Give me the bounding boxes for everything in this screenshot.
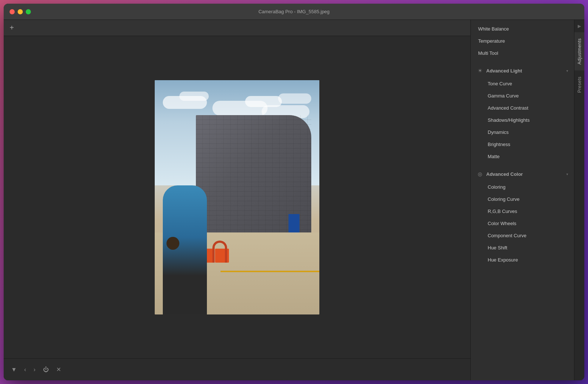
panel-item-hue-exposure[interactable]: Hue Exposure <box>472 254 573 266</box>
panel-item-matte[interactable]: Matte <box>472 150 573 163</box>
person-head <box>166 237 179 250</box>
panel-item-rgb-curves[interactable]: R,G,B Curves <box>472 205 573 217</box>
side-tabs: ▶ Adjustments Presets <box>574 20 584 380</box>
panel-item-multi-tool[interactable]: Multi Tool <box>472 47 573 59</box>
close-icon[interactable]: ✕ <box>55 365 62 374</box>
image-container <box>4 36 470 358</box>
advanced-color-title: Advanced Color <box>486 171 563 177</box>
maximize-button[interactable] <box>26 9 31 14</box>
spacer <box>471 266 574 269</box>
panel-item-coloring-curve[interactable]: Coloring Curve <box>472 193 573 205</box>
titlebar: CameraBag Pro - IMG_5585.jpeg <box>4 4 584 20</box>
app-window: CameraBag Pro - IMG_5585.jpeg + <box>4 4 584 380</box>
right-panel: White Balance Temperature Multi Tool ☀ A… <box>470 20 584 380</box>
traffic-lights <box>4 9 31 14</box>
advanced-color-header[interactable]: ◎ Advanced Color ▾ <box>471 166 574 181</box>
arch-structure <box>212 241 227 263</box>
sun-icon: ☀ <box>477 67 483 74</box>
down-arrow-button[interactable]: ▼ <box>10 365 18 374</box>
advanced-light-title: Advanced Light <box>486 68 563 74</box>
panel-item-temperature[interactable]: Temperature <box>472 35 573 47</box>
photo-display <box>155 80 319 314</box>
panel-item-white-balance[interactable]: White Balance <box>472 23 573 35</box>
panel-item-color-wheels[interactable]: Color Wheels <box>472 217 573 230</box>
cloud <box>179 92 209 101</box>
tab-presets[interactable]: Presets <box>574 71 584 99</box>
main-content: + <box>4 20 584 380</box>
bottom-toolbar: ▼ ‹ › ⏻ ✕ <box>4 358 470 380</box>
tab-adjustments[interactable]: Adjustments <box>574 32 584 71</box>
spacer <box>471 59 574 62</box>
cloud <box>278 93 311 104</box>
chevron-down-icon: ▾ <box>566 172 568 176</box>
add-button[interactable]: + <box>7 24 16 32</box>
spacer <box>471 20 574 23</box>
billboard <box>288 214 300 232</box>
yellow-line <box>220 271 319 272</box>
minimize-button[interactable] <box>18 9 23 14</box>
window-title: CameraBag Pro - IMG_5585.jpeg <box>258 9 330 14</box>
prev-button[interactable]: ‹ <box>23 365 28 374</box>
canvas-toolbar: + <box>4 20 470 36</box>
color-icon: ◎ <box>477 171 483 177</box>
panel-item-component-curve[interactable]: Component Curve <box>472 230 573 242</box>
panel-item-shadows-highlights[interactable]: Shadows/Highlights <box>472 114 573 126</box>
expand-icon[interactable]: ▶ <box>574 20 584 32</box>
panel-item-dynamics[interactable]: Dynamics <box>472 126 573 138</box>
canvas-area: + <box>4 20 470 380</box>
photo-background <box>155 80 319 314</box>
spacer <box>471 163 574 166</box>
chevron-down-icon: ▾ <box>566 69 568 73</box>
advanced-light-header[interactable]: ☀ Advanced Light ▾ <box>471 62 574 78</box>
power-button[interactable]: ⏻ <box>42 365 50 374</box>
panel-item-advanced-contrast[interactable]: Advanced Contrast <box>472 102 573 114</box>
panel-item-hue-shift[interactable]: Hue Shift <box>472 242 573 254</box>
close-button[interactable] <box>10 9 15 14</box>
person-foreground <box>163 185 207 314</box>
next-button[interactable]: › <box>32 365 37 374</box>
panel-item-coloring[interactable]: Coloring <box>472 181 573 193</box>
adjustments-panel[interactable]: White Balance Temperature Multi Tool ☀ A… <box>471 20 574 380</box>
panel-item-gamma-curve[interactable]: Gamma Curve <box>472 90 573 102</box>
panel-item-tone-curve[interactable]: Tone Curve <box>472 78 573 90</box>
panel-item-brightness[interactable]: Brightness <box>472 138 573 150</box>
